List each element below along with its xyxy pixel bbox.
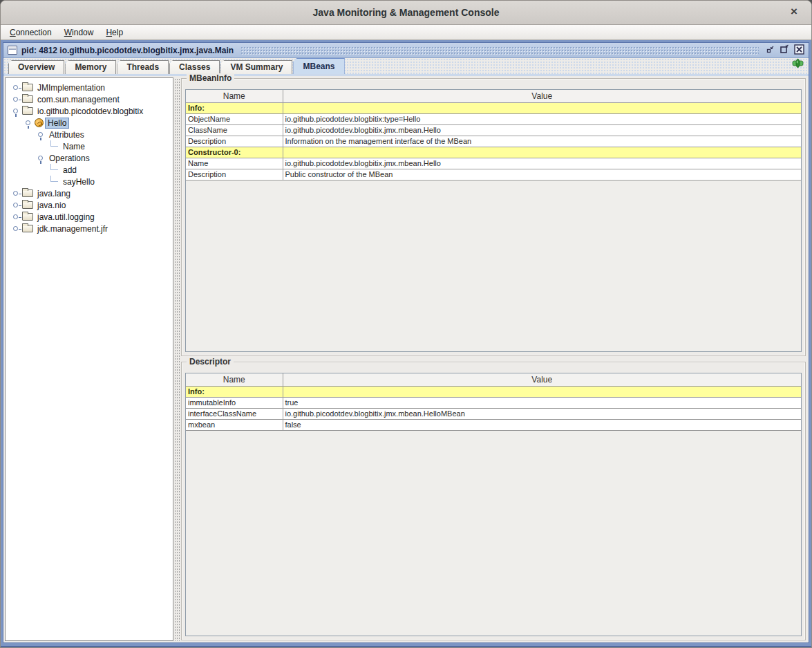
table-row[interactable]: ClassNameio.github.picodotdev.blogbitix.… <box>186 124 801 136</box>
maximize-icon[interactable] <box>780 44 789 56</box>
row-name-cell[interactable]: ObjectName <box>186 113 283 124</box>
row-value-cell[interactable] <box>283 386 801 397</box>
row-name-cell[interactable]: Info: <box>186 102 283 113</box>
tree-item-java-lang[interactable]: java.lang <box>6 187 173 199</box>
row-value-cell[interactable] <box>283 102 801 113</box>
row-name-cell[interactable]: immutableInfo <box>186 397 283 408</box>
row-name-cell[interactable]: interfaceClassName <box>186 408 283 419</box>
folder-icon <box>22 225 33 232</box>
titlebar-bumps-texture <box>240 46 759 55</box>
descriptor-table: NameValueInfo:immutableInfotrueinterface… <box>186 373 801 431</box>
split-pane-divider[interactable] <box>174 77 180 641</box>
tab-classes[interactable]: Classes <box>169 60 220 74</box>
row-value-cell[interactable]: Public constructor of the MBean <box>283 169 801 180</box>
row-value-cell[interactable]: Information on the management interface … <box>283 136 801 147</box>
tree-item-label: jdk.management.jfr <box>35 224 110 234</box>
tree-item-sayhello[interactable]: sayHello <box>6 176 173 187</box>
frame-window-buttons <box>766 44 804 57</box>
row-name-cell[interactable]: mxbean <box>186 419 283 430</box>
row-name-cell[interactable]: Constructor-0: <box>186 147 283 158</box>
tree-collapsed-handle-icon[interactable] <box>12 201 21 210</box>
tree-expanded-handle-icon[interactable] <box>25 118 34 127</box>
window-title: Java Monitoring & Management Console <box>313 7 500 18</box>
tree-item-label: add <box>61 165 79 175</box>
row-value-cell[interactable]: true <box>283 397 801 408</box>
tree-item-label: com.sun.management <box>35 95 122 104</box>
tree-collapsed-handle-icon[interactable] <box>12 95 21 104</box>
row-name-cell[interactable]: Description <box>186 169 283 180</box>
tab-memory[interactable]: Memory <box>65 60 116 74</box>
close-icon[interactable] <box>794 44 804 57</box>
table-row[interactable]: Info: <box>186 102 801 113</box>
tree-collapsed-handle-icon[interactable] <box>12 212 21 221</box>
tree-item-com-sun-management[interactable]: com.sun.management <box>6 93 173 105</box>
row-value-cell[interactable]: io.github.picodotdev.blogbitix:type=Hell… <box>283 113 801 124</box>
table-row[interactable]: interfaceClassNameio.github.picodotdev.b… <box>186 408 801 419</box>
tab-threads[interactable]: Threads <box>117 60 169 74</box>
tab-mbeans[interactable]: MBeans <box>293 58 344 74</box>
tree-expanded-handle-icon[interactable] <box>37 154 46 163</box>
tree-item-name[interactable]: Name <box>6 140 173 152</box>
tree-item-hello[interactable]: Hello <box>6 117 173 129</box>
tree-item-operations[interactable]: Operations <box>6 152 173 164</box>
tree-item-label: java.nio <box>35 201 68 210</box>
descriptor-panel-title: Descriptor <box>187 357 234 367</box>
table-row[interactable]: immutableInfotrue <box>186 397 801 408</box>
table-row[interactable]: mxbeanfalse <box>186 419 801 430</box>
table-row[interactable]: DescriptionPublic constructor of the MBe… <box>186 169 801 180</box>
table-row[interactable]: DescriptionInformation on the management… <box>186 136 801 147</box>
row-value-cell[interactable]: io.github.picodotdev.blogbitix.jmx.mbean… <box>283 158 801 169</box>
app-window: Java Monitoring & Management Console × C… <box>0 0 812 648</box>
table-row[interactable]: Constructor-0: <box>186 147 801 158</box>
minimize-icon[interactable] <box>766 45 775 56</box>
descriptor-panel: Descriptor NameValueInfo:immutableInfotr… <box>181 362 806 640</box>
internal-frame-titlebar[interactable]: pid: 4812 io.github.picodotdev.blogbitix… <box>3 43 809 58</box>
tab-overview[interactable]: Overview <box>8 60 64 74</box>
window-close-icon[interactable]: × <box>786 5 802 19</box>
tab-vm-summary[interactable]: VM Summary <box>220 60 292 74</box>
tree-expanded-handle-icon[interactable] <box>37 130 46 139</box>
frame-title: pid: 4812 io.github.picodotdev.blogbitix… <box>21 46 234 55</box>
row-name-cell[interactable]: Name <box>186 158 283 169</box>
desktop-pane: pid: 4812 io.github.picodotdev.blogbitix… <box>1 40 811 647</box>
menu-help[interactable]: Help <box>100 26 129 39</box>
row-value-cell[interactable] <box>283 147 801 158</box>
table-row[interactable]: ObjectNameio.github.picodotdev.blogbitix… <box>186 113 801 124</box>
tree-item-jmimplementation[interactable]: JMImplementation <box>6 82 173 93</box>
tree-item-label: java.lang <box>35 189 73 198</box>
menubar: ConnectionWindowHelp <box>1 25 811 40</box>
folder-icon <box>22 107 33 115</box>
menu-window[interactable]: Window <box>58 26 100 39</box>
tree-item-add[interactable]: add <box>6 164 173 176</box>
row-name-cell[interactable]: ClassName <box>186 124 283 136</box>
tree-item-jdk-management-jfr[interactable]: jdk.management.jfr <box>6 223 173 234</box>
menu-connection[interactable]: Connection <box>3 26 58 39</box>
tree-item-java-nio[interactable]: java.nio <box>6 199 173 211</box>
tree-item-attributes[interactable]: Attributes <box>6 129 173 140</box>
frame-icon <box>8 46 17 55</box>
table-row[interactable]: Info: <box>186 386 801 397</box>
tree-collapsed-handle-icon[interactable] <box>12 83 21 92</box>
row-name-cell[interactable]: Info: <box>186 386 283 397</box>
tree-collapsed-handle-icon[interactable] <box>12 224 21 233</box>
tree-expanded-handle-icon[interactable] <box>12 107 21 115</box>
tree-elbow-line <box>50 176 58 182</box>
tree-item-label: Hello <box>46 118 68 128</box>
tree-item-label: Name <box>61 142 87 151</box>
mbean-icon <box>35 118 44 127</box>
table-row[interactable]: Nameio.github.picodotdev.blogbitix.jmx.m… <box>186 158 801 169</box>
tree-collapsed-handle-icon[interactable] <box>12 189 21 198</box>
mbeaninfo-table-header-row: NameValue <box>186 90 801 102</box>
descriptor-scrollpane: NameValueInfo:immutableInfotrueinterface… <box>185 373 802 636</box>
window-titlebar: Java Monitoring & Management Console × <box>1 1 811 25</box>
tree-item-label: io.github.picodotdev.blogbitix <box>35 107 145 116</box>
row-value-cell[interactable]: io.github.picodotdev.blogbitix.jmx.mbean… <box>283 408 801 419</box>
row-name-cell[interactable]: Description <box>186 136 283 147</box>
tree-item-label: JMImplementation <box>35 83 107 93</box>
folder-icon <box>22 95 33 103</box>
tree-item-io-github-picodotdev-blogbitix[interactable]: io.github.picodotdev.blogbitix <box>6 105 173 117</box>
row-value-cell[interactable]: io.github.picodotdev.blogbitix.jmx.mbean… <box>283 124 801 136</box>
folder-icon <box>22 201 33 209</box>
row-value-cell[interactable]: false <box>283 419 801 430</box>
tree-item-java-util-logging[interactable]: java.util.logging <box>6 211 173 223</box>
